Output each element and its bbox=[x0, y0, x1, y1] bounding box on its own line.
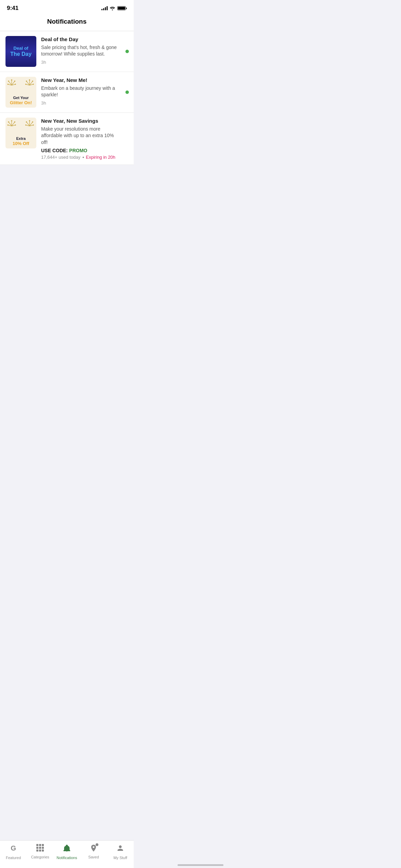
notification-item-savings[interactable]: Extra 10% Off New Year, New Savings Make… bbox=[0, 113, 134, 165]
use-code-label: USE CODE: bbox=[41, 148, 68, 153]
notif-title-savings: New Year, New Savings bbox=[41, 118, 121, 124]
expiring-text: Expiring in 20h bbox=[86, 155, 116, 160]
notification-item-glitter[interactable]: Get Your Glitter On! New Year, New Me! E… bbox=[0, 72, 134, 113]
svg-point-39 bbox=[33, 124, 34, 126]
svg-line-3 bbox=[8, 84, 12, 85]
glitter-image-text2: Glitter On! bbox=[10, 100, 32, 106]
page-title: Notifications bbox=[0, 18, 134, 25]
notification-item-deal[interactable]: Deal of The Day Deal of the Day Sale pri… bbox=[0, 31, 134, 72]
svg-point-9 bbox=[15, 84, 16, 85]
svg-point-17 bbox=[32, 81, 33, 82]
svg-line-24 bbox=[12, 125, 15, 126]
svg-point-35 bbox=[29, 120, 30, 121]
svg-line-11 bbox=[26, 81, 29, 85]
notification-list: Deal of The Day Deal of the Day Sale pri… bbox=[0, 31, 134, 165]
promo-code: PROMO bbox=[69, 148, 87, 153]
svg-line-33 bbox=[26, 125, 29, 126]
svg-line-13 bbox=[26, 84, 29, 85]
fireworks-svg-savings bbox=[5, 118, 36, 134]
savings-image-text2: 10% Off bbox=[13, 141, 29, 146]
svg-point-19 bbox=[33, 84, 34, 85]
svg-point-25 bbox=[11, 120, 12, 121]
dot-separator bbox=[83, 157, 84, 158]
deal-image-text1: Deal of bbox=[13, 46, 28, 51]
notif-body-glitter: Embark on a beauty journey with a sparkl… bbox=[41, 85, 121, 98]
deal-image-text2: The Day bbox=[10, 51, 32, 57]
used-count: 17,644+ used today bbox=[41, 155, 81, 160]
svg-point-18 bbox=[25, 84, 27, 85]
svg-line-22 bbox=[12, 122, 15, 126]
savings-image-text1: Extra bbox=[16, 136, 26, 141]
signal-icon bbox=[101, 6, 108, 10]
svg-point-27 bbox=[14, 121, 15, 123]
svg-point-29 bbox=[15, 124, 16, 126]
svg-line-31 bbox=[26, 122, 29, 126]
svg-point-26 bbox=[8, 121, 9, 123]
page-header: Notifications bbox=[0, 14, 134, 31]
svg-line-34 bbox=[29, 125, 33, 126]
svg-point-5 bbox=[11, 79, 12, 81]
svg-line-32 bbox=[29, 122, 33, 126]
notif-content-glitter: New Year, New Me! Embark on a beauty jou… bbox=[41, 77, 128, 106]
status-icons bbox=[101, 6, 127, 10]
svg-point-6 bbox=[8, 81, 9, 82]
svg-line-2 bbox=[12, 81, 15, 85]
wifi-icon bbox=[110, 6, 115, 10]
svg-point-16 bbox=[26, 81, 27, 82]
status-time: 9:41 bbox=[7, 5, 19, 12]
status-bar: 9:41 bbox=[0, 0, 134, 14]
empty-area bbox=[0, 165, 134, 364]
savings-image-container: Extra 10% Off bbox=[5, 118, 36, 148]
glitter-image-container: Get Your Glitter On! bbox=[5, 77, 36, 108]
svg-line-23 bbox=[8, 125, 12, 126]
svg-line-4 bbox=[12, 84, 15, 85]
svg-point-15 bbox=[29, 79, 30, 81]
svg-line-21 bbox=[9, 122, 12, 126]
glitter-image-text1: Get Your bbox=[13, 96, 28, 100]
svg-point-37 bbox=[32, 121, 33, 123]
svg-line-1 bbox=[9, 81, 12, 85]
promo-row: USE CODE: PROMO bbox=[41, 148, 121, 153]
notif-title-glitter: New Year, New Me! bbox=[41, 77, 121, 84]
battery-icon bbox=[117, 6, 127, 10]
svg-point-8 bbox=[7, 84, 9, 85]
notif-title-deal: Deal of the Day bbox=[41, 36, 121, 43]
notif-meta-row: 17,644+ used today Expiring in 20h bbox=[41, 155, 121, 160]
unread-dot-deal bbox=[125, 50, 129, 53]
svg-point-28 bbox=[7, 124, 9, 126]
deal-image: Deal of The Day bbox=[5, 36, 36, 67]
notif-content-deal: Deal of the Day Sale pricing that's hot,… bbox=[41, 36, 128, 65]
notif-time-glitter: 3h bbox=[41, 100, 121, 106]
notif-body-deal: Sale pricing that's hot, fresh & gone to… bbox=[41, 44, 121, 58]
notif-body-savings: Make your resolutions more affordable wi… bbox=[41, 126, 121, 146]
notif-time-deal: 3h bbox=[41, 60, 121, 65]
svg-point-38 bbox=[25, 124, 27, 126]
svg-point-36 bbox=[26, 121, 27, 123]
fireworks-svg bbox=[5, 77, 36, 93]
svg-line-14 bbox=[29, 84, 33, 85]
unread-dot-glitter bbox=[125, 91, 129, 94]
svg-line-12 bbox=[29, 81, 33, 85]
notif-content-savings: New Year, New Savings Make your resoluti… bbox=[41, 118, 128, 160]
svg-point-7 bbox=[14, 81, 15, 82]
